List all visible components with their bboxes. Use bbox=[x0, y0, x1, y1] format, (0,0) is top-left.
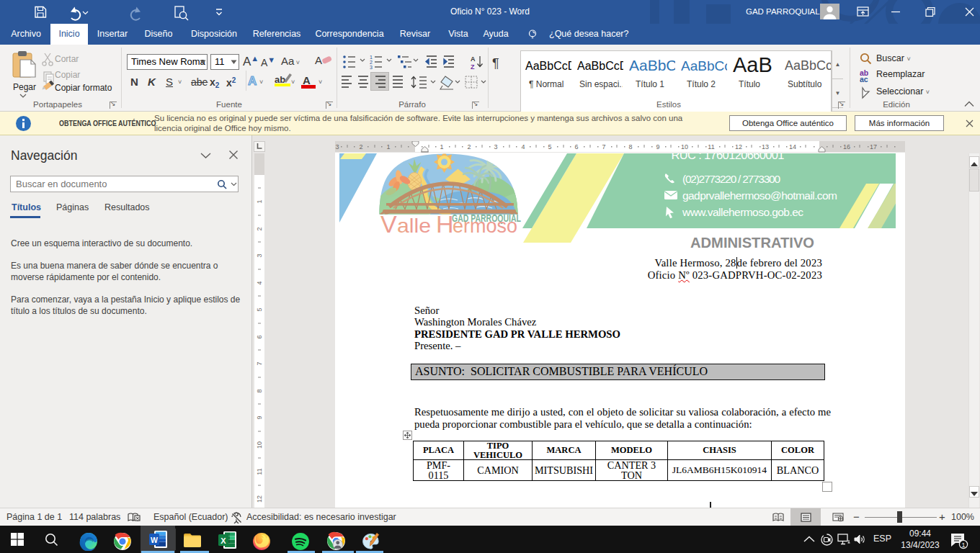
svg-text:2: 2 bbox=[370, 60, 373, 65]
svg-text:5: 5 bbox=[548, 143, 551, 150]
svg-text:X: X bbox=[220, 536, 226, 545]
svg-text:4: 4 bbox=[521, 143, 525, 150]
svg-text:3: 3 bbox=[370, 65, 373, 70]
svg-text:ac: ac bbox=[860, 75, 868, 84]
svg-text:10: 10 bbox=[256, 441, 263, 449]
svg-text:11: 11 bbox=[256, 468, 263, 475]
svg-text:3: 3 bbox=[335, 143, 339, 150]
svg-text:16: 16 bbox=[843, 143, 850, 150]
svg-text:10: 10 bbox=[681, 143, 688, 150]
svg-text:1: 1 bbox=[440, 143, 443, 150]
svg-text:A: A bbox=[471, 55, 476, 63]
svg-text:13: 13 bbox=[762, 143, 769, 150]
svg-text:8: 8 bbox=[628, 143, 632, 150]
svg-text:7: 7 bbox=[602, 143, 605, 150]
svg-text:12: 12 bbox=[256, 495, 263, 503]
svg-text:W: W bbox=[151, 536, 158, 544]
svg-text:11: 11 bbox=[708, 143, 714, 150]
svg-text:4: 4 bbox=[256, 281, 263, 284]
svg-text:1: 1 bbox=[386, 143, 390, 150]
svg-text:5: 5 bbox=[256, 307, 263, 311]
svg-text:ADMINISTRATIVO: ADMINISTRATIVO bbox=[690, 235, 814, 251]
svg-text:1: 1 bbox=[370, 55, 373, 60]
svg-text:14: 14 bbox=[789, 143, 796, 150]
svg-text:3: 3 bbox=[256, 253, 263, 257]
svg-text:¶: ¶ bbox=[492, 56, 499, 71]
svg-text:2: 2 bbox=[256, 227, 263, 230]
svg-text:9: 9 bbox=[256, 415, 263, 419]
svg-text:6: 6 bbox=[574, 143, 578, 150]
svg-text:Z: Z bbox=[471, 63, 475, 71]
svg-text:17: 17 bbox=[870, 143, 877, 150]
svg-text:12: 12 bbox=[735, 143, 742, 150]
svg-text:2: 2 bbox=[467, 143, 471, 150]
svg-text:3: 3 bbox=[494, 143, 497, 150]
svg-text:7: 7 bbox=[256, 361, 263, 365]
svg-text:1: 1 bbox=[961, 541, 965, 549]
svg-text:2: 2 bbox=[359, 143, 362, 150]
svg-text:6: 6 bbox=[256, 335, 263, 338]
svg-text:1: 1 bbox=[256, 199, 263, 203]
svg-text:9: 9 bbox=[656, 143, 659, 150]
svg-text:8: 8 bbox=[256, 389, 263, 392]
